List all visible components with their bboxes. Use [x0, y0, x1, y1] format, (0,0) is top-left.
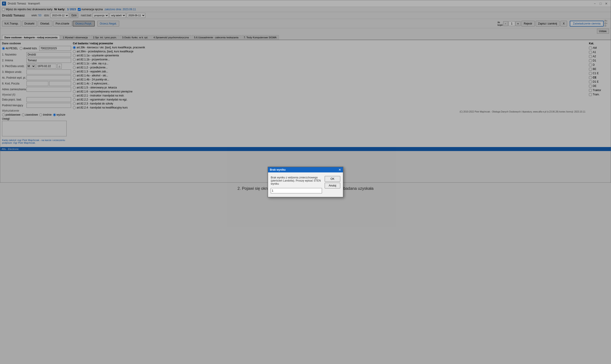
main-window: K Drożdż Tomasz \transport\ − □ ✕ Wpisz … — [0, 0, 611, 183]
dialog-title: Brak wyniku — [270, 168, 286, 171]
dialog-message: Brak wyniku z widzenia zmierzchowego (pi… — [271, 176, 322, 185]
dialog-input[interactable] — [271, 188, 322, 193]
dialog-text-area: Brak wyniku z widzenia zmierzchowego (pi… — [271, 176, 322, 195]
brak-wyniku-dialog: Brak wyniku ✕ Brak wyniku z widzenia zmi… — [268, 167, 343, 195]
dialog-body: Brak wyniku z widzenia zmierzchowego (pi… — [268, 172, 343, 195]
dialog-overlay: Brak wyniku ✕ Brak wyniku z widzenia zmi… — [0, 0, 611, 195]
dialog-content: Brak wyniku z widzenia zmierzchowego (pi… — [271, 176, 340, 195]
dialog-title-bar: Brak wyniku ✕ — [268, 167, 343, 172]
dialog-close-button[interactable]: ✕ — [338, 168, 341, 171]
dialog-anuluj-button[interactable]: Anuluj — [325, 183, 340, 188]
dialog-ok-button[interactable]: OK — [325, 176, 340, 182]
dialog-buttons: OK Anuluj — [325, 176, 340, 195]
